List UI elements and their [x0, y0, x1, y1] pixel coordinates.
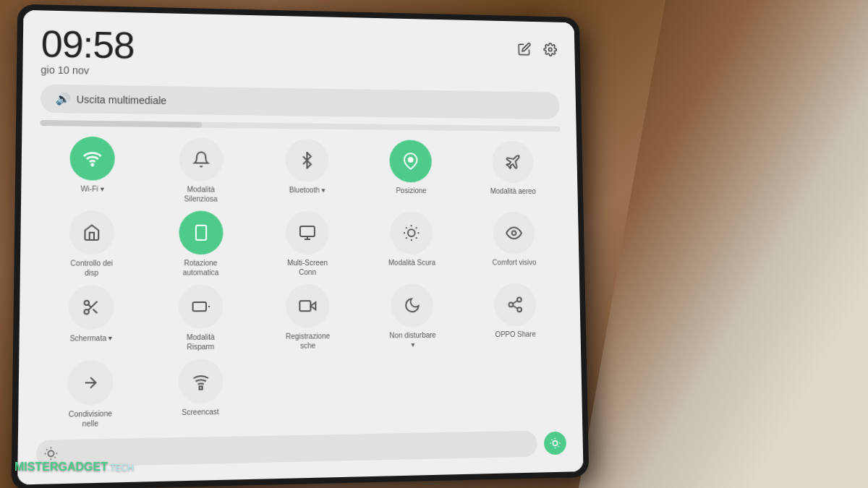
- svg-line-10: [406, 228, 407, 228]
- tile-battery[interactable]: Modalità Risparm: [148, 284, 252, 352]
- svg-point-0: [548, 48, 552, 51]
- svg-line-36: [46, 449, 47, 450]
- tile-silent-circle: [179, 137, 223, 181]
- tile-position-circle: [390, 140, 433, 182]
- tile-screencast-label: Screencast: [182, 407, 218, 417]
- tile-record[interactable]: Registrazione sche: [257, 284, 359, 351]
- svg-line-15: [416, 228, 417, 228]
- svg-point-27: [509, 302, 513, 307]
- tile-silent[interactable]: ModalitàSilenziosa: [149, 137, 252, 204]
- watermark-brand: MISTER: [14, 461, 58, 473]
- tile-darkmode[interactable]: Modalità Scura: [362, 211, 461, 276]
- svg-line-20: [93, 309, 98, 314]
- tile-devices-circle: [69, 210, 115, 254]
- volume-fill: [40, 120, 202, 128]
- top-bar: 09:58 gio 10 nov: [41, 25, 559, 84]
- svg-point-40: [553, 441, 558, 446]
- tile-condivisione-label: Condivisione nelle: [64, 408, 117, 429]
- tile-rotation-label: Rotazioneautomatica: [183, 258, 219, 277]
- svg-marker-24: [310, 302, 315, 309]
- edit-icon[interactable]: [516, 40, 533, 57]
- tile-screencast-circle: [178, 359, 223, 403]
- tile-airplane[interactable]: Modalità aereo: [464, 140, 561, 205]
- tile-wifi[interactable]: Wi-Fi ▾: [39, 136, 145, 203]
- svg-line-14: [407, 237, 407, 238]
- tile-opposhare-circle: [494, 283, 537, 326]
- svg-point-7: [408, 229, 415, 236]
- svg-rect-32: [199, 386, 202, 389]
- tile-nondisturb-circle: [391, 283, 434, 327]
- tile-bluetooth-label: Bluetooth ▾: [289, 185, 326, 194]
- clock-section: 09:58 gio 10 nov: [41, 25, 134, 77]
- media-icon: 🔊: [56, 92, 71, 106]
- tile-schermata-label: Schermata ▾: [69, 333, 112, 343]
- tile-bluetooth-circle: [286, 139, 329, 182]
- tile-position[interactable]: Posizione: [361, 140, 460, 205]
- tile-multiscreen[interactable]: Multi-Screen Conn: [257, 211, 358, 277]
- tile-airplane-circle: [492, 141, 534, 184]
- media-bar-label: Uscita multimediale: [77, 93, 167, 106]
- svg-point-16: [511, 231, 516, 235]
- tile-darkmode-label: Modalità Scura: [388, 258, 435, 267]
- clock-display: 09:58: [41, 25, 134, 64]
- tablet-device: 09:58 gio 10 nov: [11, 4, 589, 488]
- tile-nondisturb-label: Non disturbare ▾: [388, 330, 438, 350]
- tile-nondisturb[interactable]: Non disturbare ▾: [362, 283, 463, 350]
- svg-rect-25: [299, 301, 310, 311]
- media-bar[interactable]: 🔊 Uscita multimediale: [41, 85, 560, 120]
- top-icons-area: [516, 40, 559, 58]
- watermark-highlight: GADGET: [58, 461, 107, 473]
- tile-opposhare[interactable]: OPPO Share: [466, 283, 564, 349]
- svg-point-18: [85, 309, 89, 314]
- svg-point-1: [92, 164, 93, 166]
- watermark-tld: .TECH: [108, 463, 134, 473]
- svg-point-33: [48, 450, 54, 456]
- svg-line-37: [54, 457, 55, 458]
- tile-condivisione[interactable]: Condivisione nelle: [37, 359, 144, 429]
- tile-darkmode-circle: [391, 212, 433, 254]
- tile-multiscreen-circle: [286, 211, 329, 254]
- tile-wifi-label: Wi-Fi ▾: [80, 184, 103, 194]
- tile-silent-label: ModalitàSilenziosa: [184, 184, 218, 203]
- tile-record-label: Registrazione sche: [282, 331, 333, 351]
- tile-comfort[interactable]: Comfort visivo: [465, 212, 563, 276]
- tile-schermata-circle: [69, 285, 114, 330]
- control-panel: 09:58 gio 10 nov: [17, 10, 583, 485]
- tile-battery-label: Modalità Risparm: [174, 332, 226, 351]
- tile-comfort-label: Comfort visivo: [493, 258, 537, 267]
- tile-devices[interactable]: Controllo dei disp: [38, 210, 145, 278]
- tile-bluetooth[interactable]: Bluetooth ▾: [256, 138, 357, 204]
- tile-multiscreen-label: Multi-Screen Conn: [282, 258, 333, 277]
- svg-line-11: [416, 237, 417, 238]
- tile-wifi-circle: [70, 137, 116, 181]
- tile-rotation[interactable]: Rotazioneautomatica: [149, 210, 252, 277]
- watermark: MISTERGADGET.TECH: [14, 461, 134, 474]
- tile-airplane-label: Modalità aereo: [490, 187, 536, 196]
- svg-rect-4: [300, 226, 315, 236]
- settings-icon[interactable]: [542, 41, 558, 58]
- brightness-button[interactable]: [544, 432, 566, 455]
- svg-line-29: [513, 306, 518, 309]
- tile-record-circle: [286, 284, 329, 328]
- svg-point-2: [409, 158, 413, 162]
- quick-tiles-grid: Wi-Fi ▾ ModalitàSilenziosa: [37, 136, 566, 429]
- svg-rect-22: [192, 302, 205, 311]
- svg-rect-3: [195, 226, 205, 240]
- tile-position-label: Posizione: [396, 186, 426, 195]
- svg-point-26: [517, 298, 522, 302]
- svg-line-21: [88, 304, 91, 307]
- tile-rotation-circle: [179, 211, 223, 255]
- svg-line-30: [513, 301, 518, 304]
- tile-schermata[interactable]: Schermata ▾: [38, 285, 144, 354]
- volume-slider[interactable]: [40, 120, 560, 132]
- tile-devices-label: Controllo dei disp: [65, 258, 118, 278]
- svg-point-28: [517, 307, 522, 312]
- svg-line-44: [558, 446, 559, 447]
- tablet-screen: 09:58 gio 10 nov: [17, 10, 583, 485]
- tile-comfort-circle: [493, 212, 535, 254]
- tile-opposhare-label: OPPO Share: [495, 330, 536, 339]
- tile-screencast[interactable]: Screencast: [148, 359, 252, 428]
- tile-condivisione-circle: [68, 360, 114, 406]
- svg-line-43: [551, 440, 552, 440]
- date-display: gio 10 nov: [41, 64, 134, 77]
